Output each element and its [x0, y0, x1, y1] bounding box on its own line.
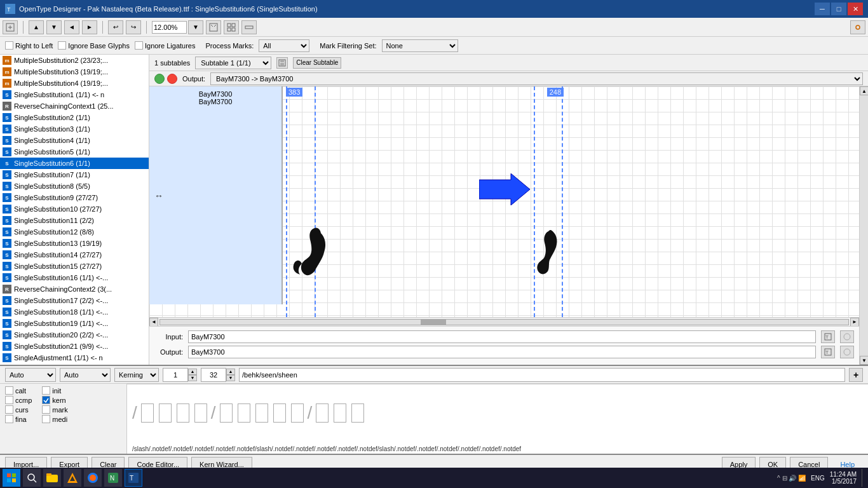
- taskbar-vlc-icon[interactable]: [64, 469, 81, 487]
- taskbar-opentype-icon[interactable]: T: [125, 469, 142, 487]
- sidebar-item-21[interactable]: S SingleSubstitution17 (2/2) <-...: [0, 295, 149, 306]
- ignore-ligatures-checkbox[interactable]: [135, 41, 143, 50]
- sidebar-item-13[interactable]: S SingleSubstitution10 (27/27): [0, 203, 149, 215]
- scroll-right-btn[interactable]: ►: [850, 318, 859, 327]
- output-browse-button[interactable]: T: [821, 346, 835, 358]
- spin-down-2[interactable]: ▼: [226, 375, 235, 381]
- sidebar-item-6[interactable]: S SingleSubstitution3 (1/1): [0, 123, 149, 135]
- right-to-left-label[interactable]: Right to Left: [5, 41, 53, 50]
- sidebar-item-5[interactable]: S SingleSubstitution2 (1/1): [0, 112, 149, 123]
- zoom-dropdown-btn[interactable]: ▼: [188, 20, 203, 34]
- add-glyph-button[interactable]: [154, 74, 165, 84]
- kern-checkbox[interactable]: [42, 396, 50, 404]
- sidebar-item-0[interactable]: m MultipleSubstitution2 (23/23;...: [0, 55, 149, 66]
- fina-checkbox[interactable]: [5, 415, 13, 423]
- num-input-2[interactable]: [201, 368, 226, 382]
- minimize-button[interactable]: ─: [815, 3, 830, 15]
- spin-up-2[interactable]: ▲: [226, 369, 235, 375]
- input-field[interactable]: [188, 330, 816, 343]
- ignore-ligatures-label[interactable]: Ignore Ligatures: [135, 41, 196, 50]
- input-browse-button[interactable]: T: [821, 330, 835, 343]
- taskbar-search-icon[interactable]: [23, 469, 41, 487]
- vscroll-down-btn[interactable]: ▼: [860, 356, 868, 365]
- mark-filtering-dropdown[interactable]: None: [382, 39, 458, 52]
- output-dropdown[interactable]: BayM7300 -> BayM3700: [210, 72, 863, 85]
- calt-checkbox[interactable]: [5, 386, 13, 395]
- glyph-grid[interactable]: BayM7300 BayM3700 ↔ 383: [149, 86, 859, 317]
- sidebar-item-8[interactable]: S SingleSubstitution5 (1/1): [0, 146, 149, 158]
- sidebar-item-10[interactable]: S SingleSubstitution7 (1/1): [0, 169, 149, 180]
- sidebar-item-7[interactable]: S SingleSubstitution4 (1/1): [0, 135, 149, 146]
- title-bar: T OpenType Designer - Pak Nastaleeq (Bet…: [0, 0, 868, 18]
- spin-down-1[interactable]: ▼: [188, 375, 197, 381]
- sidebar-item-23[interactable]: S SingleSubstitution19 (1/1) <-...: [0, 318, 149, 329]
- output-clear-button[interactable]: [840, 346, 854, 358]
- process-marks-dropdown[interactable]: All: [259, 39, 309, 52]
- right-button[interactable]: ►: [82, 20, 97, 34]
- remove-glyph-button[interactable]: [167, 74, 177, 84]
- vscroll-up-btn[interactable]: ▲: [860, 86, 868, 95]
- subtable-dropdown[interactable]: Subtable 1 (1/1): [195, 57, 271, 69]
- sidebar-item-14[interactable]: S SingleSubstitution11 (2/2): [0, 215, 149, 226]
- grid-button[interactable]: [224, 20, 239, 34]
- settings-icon[interactable]: [850, 20, 865, 34]
- maximize-button[interactable]: □: [831, 3, 846, 15]
- new-button[interactable]: [3, 20, 18, 34]
- mark-checkbox[interactable]: [42, 405, 50, 414]
- sidebar-item-26[interactable]: S SingleAdjustment1 (1/1) <- n: [0, 352, 149, 363]
- ignore-base-glyphs-checkbox[interactable]: [58, 41, 66, 50]
- scroll-left-btn[interactable]: ◄: [149, 318, 158, 327]
- kerning-dropdown[interactable]: Kerning: [114, 368, 159, 382]
- show-desktop-button[interactable]: [862, 469, 865, 487]
- h-scrollbar-track[interactable]: [159, 319, 849, 325]
- taskbar-explorer-icon[interactable]: [43, 469, 61, 487]
- fit-button[interactable]: [206, 20, 221, 34]
- vscroll-track[interactable]: [860, 95, 868, 356]
- sidebar-item-9[interactable]: S SingleSubstitution6 (1/1): [0, 158, 149, 169]
- sidebar-item-3[interactable]: S SingleSubstitution1 (1/1) <- n: [0, 89, 149, 100]
- sidebar-item-16[interactable]: S SingleSubstitution13 (19/19): [0, 238, 149, 249]
- right-to-left-checkbox[interactable]: [5, 41, 13, 50]
- up-button[interactable]: ▲: [29, 20, 44, 34]
- auto-dropdown-1[interactable]: Auto: [5, 368, 56, 382]
- clear-subtable-button[interactable]: Clear Subtable: [293, 57, 341, 69]
- ruler-button[interactable]: [241, 20, 257, 34]
- init-checkbox[interactable]: [42, 386, 50, 395]
- sidebar-item-1[interactable]: m MultipleSubstitution3 (19/19;...: [0, 66, 149, 78]
- sidebar-item-18[interactable]: S SingleSubstitution15 (27/27): [0, 261, 149, 272]
- input-clear-button[interactable]: [840, 330, 854, 343]
- subtable-save-button[interactable]: [276, 57, 288, 69]
- undo-button[interactable]: ↩: [108, 20, 123, 34]
- taskbar-firefox-icon[interactable]: [84, 469, 102, 487]
- close-button[interactable]: ✕: [848, 3, 863, 15]
- zoom-input[interactable]: [152, 21, 187, 34]
- left-button[interactable]: ◄: [64, 20, 79, 34]
- num-input-1[interactable]: [163, 368, 188, 382]
- auto-dropdown-2[interactable]: Auto: [60, 368, 111, 382]
- ccmp-checkbox[interactable]: [5, 396, 13, 404]
- spin-up-1[interactable]: ▲: [188, 369, 197, 375]
- sidebar-item-4[interactable]: R ReverseChainingContext1 (25...: [0, 100, 149, 112]
- curs-checkbox[interactable]: [5, 405, 13, 414]
- glyph-panel-left[interactable]: BayM7300 BayM3700 ↔: [149, 86, 283, 304]
- sidebar-item-15[interactable]: S SingleSubstitution12 (8/8): [0, 226, 149, 238]
- start-button[interactable]: [3, 469, 20, 487]
- add-button[interactable]: +: [849, 368, 863, 382]
- path-input[interactable]: [239, 368, 845, 382]
- down-button[interactable]: ▼: [46, 20, 62, 34]
- sidebar-item-22[interactable]: S SingleSubstitution18 (1/1) <-...: [0, 306, 149, 318]
- h-scrollbar-thumb[interactable]: [421, 320, 446, 325]
- sidebar-item-11[interactable]: S SingleSubstitution8 (5/5): [0, 180, 149, 192]
- redo-button[interactable]: ↪: [126, 20, 141, 34]
- taskbar-app-icon-4[interactable]: N: [104, 469, 122, 487]
- ignore-base-glyphs-label[interactable]: Ignore Base Glyphs: [58, 41, 130, 50]
- sidebar-item-19[interactable]: S SingleSubstitution16 (1/1) <-...: [0, 272, 149, 283]
- sidebar-item-17[interactable]: S SingleSubstitution14 (27/27): [0, 249, 149, 261]
- sidebar-item-2[interactable]: m MultipleSubstitution4 (19/19;...: [0, 78, 149, 89]
- sidebar-item-20[interactable]: R ReverseChainingContext2 (3(...: [0, 283, 149, 295]
- medi-checkbox[interactable]: [42, 415, 50, 423]
- sidebar-item-12[interactable]: S SingleSubstitution9 (27/27): [0, 192, 149, 203]
- output-field[interactable]: [188, 346, 816, 358]
- sidebar-item-24[interactable]: S SingleSubstitution20 (2/2) <-...: [0, 329, 149, 341]
- sidebar-item-25[interactable]: S SingleSubstitution21 (9/9) <-...: [0, 341, 149, 352]
